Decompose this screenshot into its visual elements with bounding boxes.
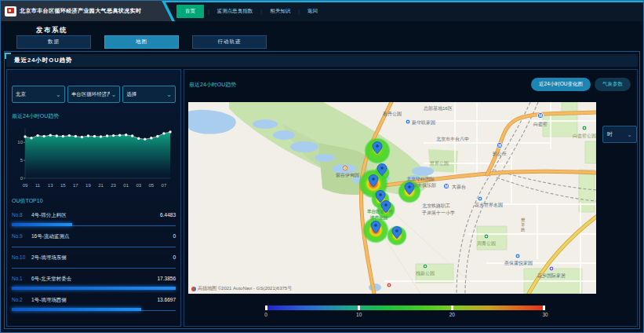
- map-label: 北京市丰台八中: [436, 136, 469, 142]
- nav-item-home[interactable]: 首页: [176, 5, 204, 18]
- rank-badge: No.9: [12, 233, 31, 239]
- map-label: 新华联家园: [412, 119, 435, 126]
- nav-item-back[interactable]: 返回: [304, 6, 322, 16]
- ranking-row: No.16号-北天堂村委会17.3856: [12, 276, 176, 290]
- green-poi-icon: [582, 126, 587, 130]
- weather-params-button[interactable]: 气象参数: [595, 78, 631, 91]
- blue-poi-icon: [478, 196, 482, 201]
- site-select[interactable]: 选择⌄: [122, 86, 176, 103]
- rank-bar: [12, 287, 176, 290]
- map-hour-select[interactable]: 时 ⌄: [602, 126, 637, 143]
- site-name: 2号-填埋场东侧: [31, 254, 67, 262]
- rank-bar-track: [12, 307, 176, 311]
- map-label: 北京铁路职工: [422, 203, 450, 209]
- svg-text:01: 01: [123, 183, 129, 188]
- map-label: 白盆窑公园: [573, 133, 596, 139]
- map-hour-select-value: 时: [607, 130, 613, 138]
- svg-text:07: 07: [162, 183, 167, 188]
- nav-separator: |: [260, 9, 262, 14]
- heat-scale-mark: [451, 306, 453, 310]
- topbar: 北京市丰台区循环经济产业园大气恶臭状况实时 首页|监测点恶臭指数|相关知识|返回: [1, 1, 643, 21]
- site-name: 16号-流动监测点: [31, 233, 69, 240]
- tab-map[interactable]: 地图: [104, 35, 179, 49]
- map-svg[interactable]: MMM 看丹公园总部基地16区新华联家园北京市丰台八中郭公庄白盆窑白盆窑公园世界…: [188, 102, 596, 294]
- app-header: 北京市丰台区循环经济产业园大气恶臭状况实时: [1, 1, 175, 21]
- map-label: 花乡国际家居: [537, 273, 566, 279]
- heat-scale-tick-label: 0: [260, 312, 271, 317]
- chart-title: 最近24小时OU趋势: [12, 112, 176, 120]
- rank-bar: [12, 308, 141, 311]
- map-label: 子弟第十一小学: [421, 210, 455, 216]
- ou-ranking-list: No.84号-筛分上料区6.4483No.916号-流动监测点0No.102号-…: [12, 212, 176, 311]
- chevron-down-icon: ⌄: [56, 91, 61, 98]
- map-panel-title: 最近24小时OU趋势: [189, 81, 236, 89]
- site-name: 6号-北天堂村委会: [31, 276, 71, 283]
- svg-text:M: M: [498, 143, 501, 148]
- blue-poi-icon: [406, 119, 410, 124]
- ranking-row: No.916号-流动监测点0: [12, 233, 176, 247]
- rank-bar-track: [12, 265, 176, 269]
- ou-value: 13.6697: [158, 297, 176, 302]
- map-label: 世界公园: [430, 161, 449, 166]
- svg-text:10: 10: [17, 140, 23, 145]
- chevron-down-icon: ⌄: [166, 91, 172, 98]
- corner-accent: [5, 53, 11, 59]
- svg-text:05: 05: [149, 183, 155, 188]
- map-base: [188, 102, 596, 294]
- rank-badge: No.1: [12, 276, 31, 281]
- dashboard-root: 北京市丰台区循环经济产业园大气恶臭状况实时 首页|监测点恶臭指数|相关知识|返回…: [0, 0, 644, 333]
- ranking-row-line: No.21号-填埋场西侧13.6697: [12, 297, 176, 304]
- map-attribution-text: 高德地图 ©2021 AutoNavi - GS(2021)6375号: [198, 285, 292, 292]
- ou-value: 17.3856: [158, 276, 176, 281]
- heat-scale-mark: [358, 306, 360, 310]
- svg-text:09: 09: [23, 183, 28, 188]
- map-label: 周青公园: [477, 241, 496, 247]
- nav-item-station-odor-index[interactable]: 监测点恶臭指数: [213, 6, 257, 16]
- section-header: 最近24小时OU趋势: [6, 54, 638, 67]
- map-panel: 最近24小时OU趋势 近24小时OU变化图气象参数: [184, 69, 638, 327]
- svg-text:03: 03: [136, 183, 141, 188]
- main-nav: 首页|监测点恶臭指数|相关知识|返回: [176, 1, 322, 21]
- ranking-row-line: No.102号-填埋场东侧0: [12, 254, 176, 262]
- ranking-row: No.84号-筛分上料区6.4483: [12, 212, 176, 226]
- publish-system-label: 发布系统: [36, 26, 67, 35]
- ou-value: 0: [173, 233, 176, 239]
- svg-text:0: 0: [20, 176, 24, 181]
- nav-item-knowledge[interactable]: 相关知识: [266, 6, 294, 16]
- park-select-value: 丰台区循环经济产: [71, 91, 110, 98]
- filter-selects: 北京⌄丰台区循环经济产⌄选择⌄: [12, 86, 176, 103]
- rank-bar: [12, 223, 72, 226]
- svg-text:13: 13: [48, 183, 53, 188]
- map-mode-buttons: 近24小时OU变化图气象参数: [531, 78, 631, 91]
- svg-text:19: 19: [86, 183, 91, 188]
- blue-poi-icon: [515, 254, 520, 258]
- ranking-row-line: No.84号-筛分上料区6.4483: [12, 212, 176, 219]
- map-label: 丰台区循环经: [366, 209, 394, 214]
- rank-bar-track: [12, 222, 176, 226]
- map-label: 济产业园: [369, 215, 388, 221]
- map-row: MMM 看丹公园总部基地16区新华联家园北京市丰台八中郭公庄白盆窑白盆窑公园世界…: [184, 102, 637, 294]
- heat-scale-tick-label: 10: [354, 312, 365, 317]
- map-label: 北京华科国际: [406, 176, 435, 182]
- ou-value: 6.4483: [160, 212, 176, 218]
- heat-scale-legend: 0102030: [266, 306, 545, 320]
- ranking-row-line: No.916号-流动监测点0: [12, 233, 176, 240]
- tab-track[interactable]: 行动轨迹: [192, 35, 267, 49]
- ranking-row: No.21号-填埋场西侧13.6697: [12, 297, 176, 311]
- green-poi-icon: [484, 234, 489, 239]
- park-select[interactable]: 丰台区循环经济产⌄: [67, 86, 121, 103]
- map-canvas[interactable]: MMM 看丹公园总部基地16区新华联家园北京市丰台八中郭公庄白盆窑白盆窑公园世界…: [188, 102, 596, 294]
- map-label: 花乡世界名园: [475, 203, 503, 208]
- metro-poi-icon: M: [443, 183, 449, 188]
- city-select[interactable]: 北京⌄: [12, 86, 65, 103]
- map-label: 郭公庄: [492, 151, 507, 157]
- map-label: 大葆台: [452, 184, 466, 190]
- ou-24h-map-button[interactable]: 近24小时OU变化图: [531, 78, 591, 91]
- map-label: 总部基地16区: [423, 105, 453, 112]
- svg-text:5: 5: [20, 158, 24, 163]
- tab-data[interactable]: 数据: [16, 35, 91, 49]
- ranking-row: No.102号-填埋场东侧0: [12, 254, 176, 269]
- ring-poi-icon: [343, 166, 347, 170]
- left-panel: 北京⌄丰台区循环经济产⌄选择⌄ 最近24小时OU趋势 0510091113151…: [6, 69, 181, 327]
- view-tabs: 数据地图行动轨迹: [16, 35, 267, 49]
